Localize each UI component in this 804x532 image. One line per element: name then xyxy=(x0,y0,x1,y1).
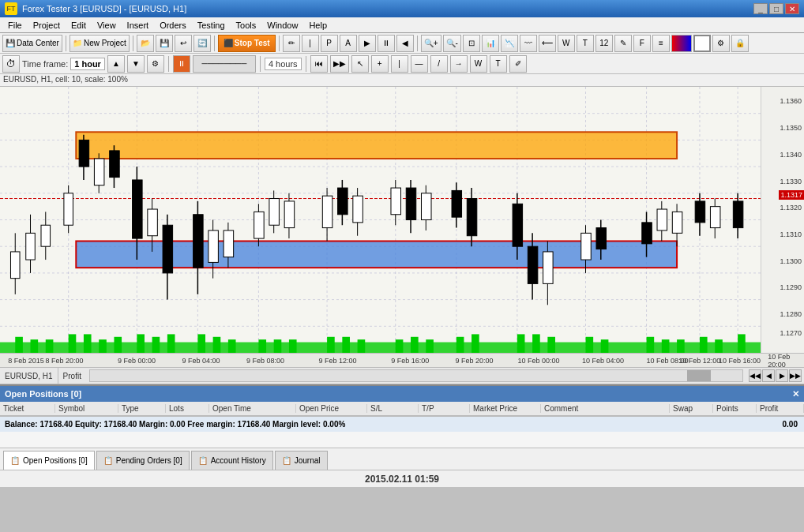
menu-help[interactable]: Help xyxy=(304,20,332,31)
close-button[interactable]: ✕ xyxy=(785,3,799,14)
obj3-btn[interactable]: T xyxy=(577,35,594,52)
nav-prev-end[interactable]: ◀◀ xyxy=(749,369,761,382)
lock-btn[interactable]: 🔒 xyxy=(731,35,749,52)
zoomfit-btn[interactable]: ⊡ xyxy=(463,35,480,52)
chart2-btn[interactable]: 📉 xyxy=(501,35,518,52)
tab-pending-orders[interactable]: 📋 Pending Orders [0] xyxy=(96,451,190,470)
datacenter-button[interactable]: 💾 Data Center xyxy=(2,35,62,52)
menu-window[interactable]: Window xyxy=(262,20,302,31)
xaxis-label-9feb04: 9 Feb 04:00 xyxy=(182,357,220,365)
menu-orders[interactable]: Orders xyxy=(155,20,191,31)
t5-btn[interactable]: ⏸ xyxy=(378,35,395,52)
col-ticket: Ticket xyxy=(0,404,55,413)
tab-account-history[interactable]: 📋 Account History xyxy=(191,451,273,470)
svg-rect-113 xyxy=(358,339,366,353)
tf-up[interactable]: ▲ xyxy=(107,55,125,73)
minimize-button[interactable]: _ xyxy=(753,3,768,14)
timeframe-value[interactable]: 1 hour xyxy=(70,58,105,70)
svg-rect-87 xyxy=(672,212,682,233)
text-btn[interactable]: T xyxy=(490,55,507,73)
price-label-1320: 1.1320 xyxy=(780,204,802,212)
nav-next[interactable]: ▶ xyxy=(776,369,788,382)
svg-rect-107 xyxy=(228,339,236,353)
price-label-1350: 1.1350 xyxy=(780,124,802,132)
chart1-btn[interactable]: 📊 xyxy=(482,35,499,52)
obj5-btn[interactable]: ✎ xyxy=(614,35,632,52)
pen-btn[interactable]: ✐ xyxy=(509,55,527,73)
cursor-btn[interactable]: ↖ xyxy=(351,55,369,73)
open-button[interactable]: 📂 xyxy=(137,35,154,52)
tab-open-positions[interactable]: 📋 Open Positions [0] xyxy=(3,451,95,470)
color1-btn[interactable] xyxy=(671,35,692,52)
menu-view[interactable]: View xyxy=(92,20,121,31)
chart-canvas[interactable] xyxy=(0,87,761,353)
ray-btn[interactable]: → xyxy=(450,55,468,73)
menu-edit[interactable]: Edit xyxy=(66,20,91,31)
svg-rect-53 xyxy=(269,199,280,226)
col-type: Type xyxy=(118,404,166,413)
xaxis-label-8feb: 8 Feb 2015 xyxy=(8,357,44,365)
undo-button[interactable]: ↩ xyxy=(175,35,192,52)
obj7-btn[interactable]: ≡ xyxy=(652,35,670,52)
svg-rect-27 xyxy=(26,233,36,260)
svg-rect-79 xyxy=(581,233,592,260)
obj6-btn[interactable]: F xyxy=(633,35,651,52)
tf-icon[interactable]: ⏱ xyxy=(2,55,20,73)
col-marketprice: Market Price xyxy=(470,404,541,413)
t6-btn[interactable]: ◀ xyxy=(396,35,414,52)
vline-btn[interactable]: | xyxy=(391,55,408,73)
menu-insert[interactable]: Insert xyxy=(122,20,154,31)
save-button[interactable]: 💾 xyxy=(156,35,173,52)
color2-btn[interactable] xyxy=(693,35,711,52)
svg-rect-81 xyxy=(596,228,607,249)
svg-rect-43 xyxy=(163,225,173,273)
xaxis-label-10feb04: 10 Feb 04:00 xyxy=(582,357,624,365)
chart-header-text: EURUSD, H1, cell: 10, scale: 100% xyxy=(3,75,128,84)
balance-text: Balance: 17168.40 Equity: 17168.40 Margi… xyxy=(5,420,345,429)
nav-prev[interactable]: ◀ xyxy=(762,369,775,382)
positions-table-header: Ticket Symbol Type Lots Open Time Open P… xyxy=(0,402,804,416)
obj2-btn[interactable]: W xyxy=(558,35,575,52)
t4-btn[interactable]: ▶ xyxy=(359,35,376,52)
obj4-btn[interactable]: 12 xyxy=(595,35,613,52)
restore-button[interactable]: □ xyxy=(769,3,783,14)
xaxis-label-10feb20: 10 Feb 20:00 xyxy=(768,353,792,369)
price-label-1330: 1.1330 xyxy=(780,178,802,185)
svg-rect-101 xyxy=(114,337,122,353)
tab-journal[interactable]: 📋 Journal xyxy=(275,451,328,470)
menu-project[interactable]: Project xyxy=(28,20,65,31)
t1-btn[interactable]: | xyxy=(302,35,319,52)
speed-bar[interactable]: ──────── xyxy=(193,55,256,73)
pause-btn[interactable]: ⏸ xyxy=(173,55,190,73)
zoom-minus-btn[interactable]: 🔍- xyxy=(443,35,461,52)
separator xyxy=(168,56,169,72)
obj1-btn[interactable]: ⟵ xyxy=(539,35,556,52)
svg-rect-108 xyxy=(258,339,266,353)
tf-settings[interactable]: ⚙ xyxy=(147,55,164,73)
t2-btn[interactable]: P xyxy=(321,35,338,52)
zoom-plus-btn[interactable]: 🔍+ xyxy=(421,35,441,52)
nav-next-end[interactable]: ▶▶ xyxy=(789,369,802,382)
newproject-button[interactable]: 📁 New Project xyxy=(70,35,130,52)
stop-icon: ⬛ xyxy=(224,39,233,47)
tline-btn[interactable]: / xyxy=(430,55,448,73)
menu-file[interactable]: File xyxy=(3,20,27,31)
menu-testing[interactable]: Testing xyxy=(193,20,230,31)
settings-btn[interactable]: ⚙ xyxy=(712,35,730,52)
svg-rect-65 xyxy=(406,188,416,219)
hline-btn[interactable]: — xyxy=(411,55,428,73)
w-btn[interactable]: W xyxy=(470,55,487,73)
menu-tools[interactable]: Tools xyxy=(231,20,261,31)
tf-down[interactable]: ▼ xyxy=(127,55,145,73)
positions-close-button[interactable]: ✕ xyxy=(792,389,799,399)
nav-btn2[interactable]: ▶▶ xyxy=(330,55,349,73)
interval-dropdown[interactable]: 4 hours xyxy=(265,58,302,70)
plus-btn[interactable]: + xyxy=(371,55,389,73)
indicator-btn[interactable]: 〰 xyxy=(520,35,537,52)
refresh-button[interactable]: 🔄 xyxy=(193,35,211,52)
t3-btn[interactable]: A xyxy=(340,35,357,52)
edit-btn[interactable]: ✏ xyxy=(283,35,300,52)
stoptest-button[interactable]: ⬛ Stop Test xyxy=(218,35,276,52)
scrollbar-horizontal[interactable] xyxy=(89,369,743,382)
nav-btn1[interactable]: ⏮ xyxy=(310,55,328,73)
